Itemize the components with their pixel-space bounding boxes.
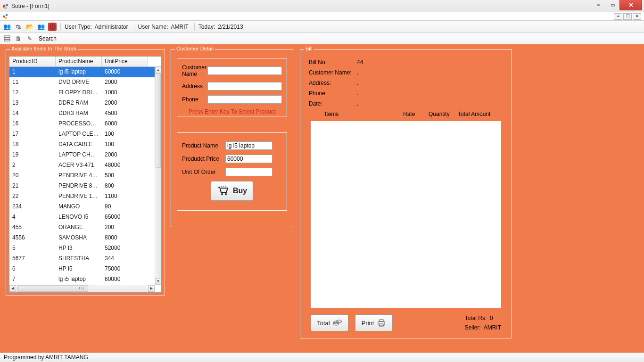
usertype-value: Administrator <box>95 24 128 30</box>
edit-icon[interactable]: ✎ <box>25 34 34 43</box>
separator <box>60 23 61 31</box>
svg-rect-1 <box>6 4 8 6</box>
trash-icon[interactable]: 🗑 <box>14 34 23 43</box>
svg-rect-2 <box>4 7 7 9</box>
today-label: Today: <box>198 24 215 30</box>
close-button[interactable]: ✕ <box>619 0 642 10</box>
minimize-button[interactable]: ━ <box>591 0 605 9</box>
form-icon <box>3 14 9 19</box>
search-menu[interactable]: Search <box>37 35 58 42</box>
username-value: AMRIT <box>171 24 189 30</box>
window-titlebar: Sotre - [Form1] ━ ▭ ✕ <box>0 0 644 12</box>
app-icon <box>2 2 9 10</box>
maximize-button[interactable]: ▭ <box>605 0 619 9</box>
cart-icon[interactable]: 🛍 <box>14 23 23 31</box>
usertype-label: User Type: <box>65 24 92 30</box>
list-icon[interactable] <box>3 34 11 43</box>
users-icon[interactable]: 👥 <box>3 23 11 31</box>
svg-rect-6 <box>4 36 10 37</box>
mdi-restore-button[interactable]: ❐ <box>623 13 632 20</box>
username-label: User Name: <box>138 24 168 30</box>
svg-rect-4 <box>6 14 8 16</box>
today-value: 2/21/2013 <box>218 24 243 30</box>
mdi-row: ━ ❐ ✕ <box>0 12 644 21</box>
svg-rect-5 <box>5 17 7 19</box>
separator <box>194 23 195 31</box>
folder-icon[interactable]: 📂 <box>25 23 34 31</box>
mdi-minimize-button[interactable]: ━ <box>614 13 622 20</box>
search-toolbar: 🗑 ✎ Search <box>0 33 644 44</box>
separator <box>134 23 134 31</box>
power-icon[interactable]: ⏻ <box>48 23 57 31</box>
main-toolbar: 👥 🛍 📂 👥 ⏻ User Type: Administrator User … <box>0 21 644 33</box>
window-title: Sotre - [Form1] <box>11 3 50 9</box>
svg-rect-7 <box>4 38 10 39</box>
group-icon[interactable]: 👥 <box>37 23 45 31</box>
svg-rect-8 <box>4 40 10 41</box>
mdi-close-button[interactable]: ✕ <box>633 13 641 20</box>
